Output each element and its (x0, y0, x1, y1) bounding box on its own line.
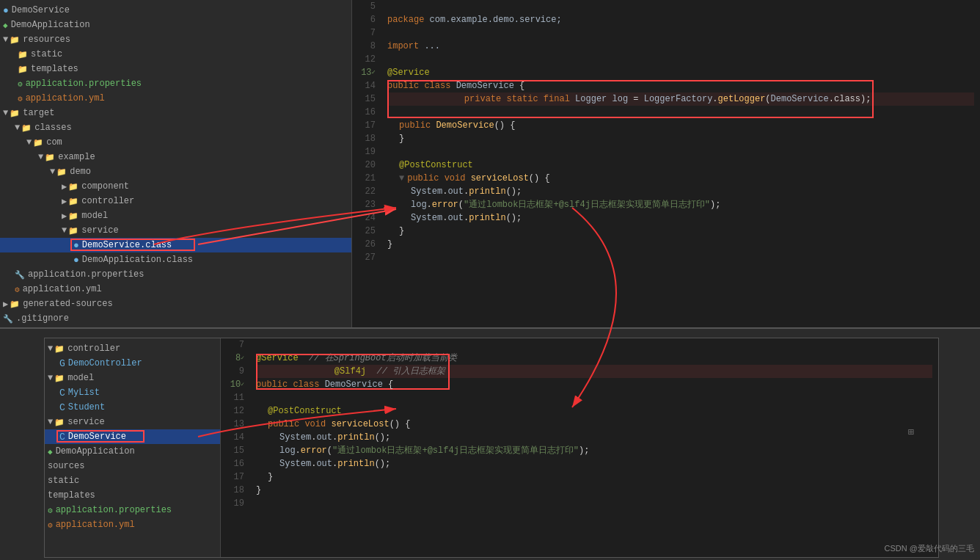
yml-icon: ⚙ (48, 520, 53, 530)
code-line-17: public DemoService() { (387, 119, 974, 132)
tree-item-demo-service-class[interactable]: ● DemoService.class (0, 238, 351, 252)
tree-item-app-yml[interactable]: ⚙ application.yml (0, 91, 351, 106)
tree-item-demo-app-class[interactable]: ● DemoApplication.class (0, 252, 351, 267)
tree-item-com[interactable]: ▼ 📁 com (0, 135, 351, 150)
fold-icon: ▼ (399, 172, 404, 185)
arrow-down-icon: ▼ (48, 417, 53, 427)
bottom-code-editor: 7 8 ✓ 9 10 ✓ 11 12 13 14 15 16 17 18 19 (221, 338, 938, 557)
folder-icon: 📁 (10, 109, 20, 118)
bln-17: 17 (221, 470, 250, 484)
code-line-25: } (387, 225, 974, 238)
arrow-down-icon: ▼ (26, 137, 32, 148)
tree-item-app-yml2[interactable]: ⚙ application.yml (0, 282, 351, 297)
bcl-19 (256, 497, 932, 510)
btree-student[interactable]: C Student (45, 400, 220, 415)
bln-18: 18 (221, 484, 250, 497)
btree-sources: sources (45, 459, 220, 473)
bcl-11 (256, 391, 932, 404)
line-num-14: 14 (352, 79, 381, 92)
top-file-tree[interactable]: ● DemoService ◆ DemoApplication ▼ 📁 reso… (0, 0, 352, 327)
code-line-7 (387, 26, 974, 40)
line-num-18: 18 (352, 132, 381, 145)
tree-item-example[interactable]: ▼ 📁 example (0, 150, 351, 164)
btree-demo-application[interactable]: ◆ DemoApplication (45, 444, 220, 459)
main-container: ● DemoService ◆ DemoApplication ▼ 📁 reso… (0, 0, 980, 560)
line-num-23: 23 (352, 198, 381, 211)
btree-app-props[interactable]: ⚙ application.properties (45, 503, 220, 517)
line-num-20: 20 (352, 159, 381, 172)
line-num-7: 7 (352, 26, 381, 40)
code-line-13: @Service (387, 66, 974, 79)
class-icon: ● (73, 240, 79, 251)
line-num-15: 15 (352, 92, 381, 106)
btree-model[interactable]: ▼ 📁 model (45, 371, 220, 385)
code-line-18: } (387, 132, 974, 145)
btree-demo-service[interactable]: C DemoService (45, 429, 220, 444)
arrow-right-icon: ▼ (48, 343, 53, 354)
btree-mylist[interactable]: C MyList (45, 385, 220, 400)
tree-item-demo[interactable]: ▼ 📁 demo (0, 164, 351, 179)
bcl-17: } (256, 470, 932, 484)
btree-app-yml[interactable]: ⚙ application.yml (45, 517, 220, 532)
tree-item-generated[interactable]: ▶ 📁 generated-sources (0, 297, 351, 311)
tree-item-classes[interactable]: ▼ 📁 classes (0, 120, 351, 135)
line-num-16: 16 (352, 106, 381, 119)
tree-item-resources[interactable]: ▼ 📁 resources (0, 32, 351, 47)
tree-item-controller[interactable]: ▶ 📁 controller (0, 194, 351, 208)
code-line-26: } (387, 238, 974, 251)
java-icon: C (59, 432, 65, 443)
bln-9: 9 (221, 365, 250, 378)
btree-static: static (45, 473, 220, 488)
spring-icon: ◆ (3, 21, 8, 30)
folder-icon: 📁 (54, 344, 65, 354)
tree-item-model[interactable]: ▶ 📁 model (0, 208, 351, 223)
arrow-down-icon: ▼ (50, 167, 55, 177)
arrow-right-icon: ▶ (62, 196, 67, 207)
btree-demo-controller[interactable]: G DemoController (45, 356, 220, 371)
java-icon: G (59, 358, 65, 369)
bcl-18: } (256, 484, 932, 497)
java-class-icon: ● (3, 5, 9, 16)
yml-icon: ⚙ (18, 94, 23, 103)
tree-item-demo-service[interactable]: ● DemoService (0, 3, 351, 18)
tree-item-service[interactable]: ▼ 📁 service (0, 223, 351, 238)
code-line-19 (387, 145, 974, 159)
tree-item-templates[interactable]: 📁 templates (0, 62, 351, 76)
tree-item-demo-application[interactable]: ◆ DemoApplication (0, 18, 351, 32)
btree-controller[interactable]: ▼ 📁 controller (45, 341, 220, 356)
folder-icon: 📁 (68, 197, 78, 206)
bcl-12: @PostConstruct (256, 404, 932, 418)
folder-icon: 📁 (54, 374, 65, 383)
code-lines: 5 6 7 8 12 13 ✓ 14 15 16 17 18 19 20 21 … (352, 0, 980, 327)
tree-item-app-props2[interactable]: 🔧 application.properties (0, 267, 351, 282)
arrow-right-icon: ▶ (62, 211, 67, 222)
bln-10: 10 ✓ (221, 378, 250, 391)
line-num-12: 12 (352, 53, 381, 66)
folder-icon: 📁 (68, 211, 78, 221)
line-num-5: 5 (352, 0, 381, 13)
bln-16: 16 (221, 457, 250, 470)
arrow-down-icon: ▼ (48, 373, 53, 383)
code-line-21: ▼public void serviceLost() { (387, 172, 974, 185)
bcl-14: System.out.println(); (256, 431, 932, 444)
btree-service[interactable]: ▼ 📁 service (45, 415, 220, 429)
arrow-down-icon: ▼ (62, 225, 67, 236)
props-icon: 🔧 (15, 270, 25, 280)
bottom-panel: ▼ 📁 controller G DemoController ▼ 📁 mode… (44, 338, 939, 558)
code-content: package com.example.demo.service; import… (381, 0, 980, 327)
tree-item-static[interactable]: 📁 static (0, 47, 351, 62)
java-icon: C (59, 388, 65, 399)
tree-item-target[interactable]: ▼ 📁 target (0, 106, 351, 120)
bln-12: 12 (221, 404, 250, 418)
line-num-13: 13 ✓ (352, 66, 381, 79)
folder-icon: 📁 (56, 167, 67, 177)
folder-icon: 📁 (68, 226, 78, 236)
bottom-file-tree[interactable]: ▼ 📁 controller G DemoController ▼ 📁 mode… (45, 338, 221, 557)
code-line-15: private static final Logger log = Logger… (387, 92, 974, 106)
tree-item-app-props[interactable]: ⚙ application.properties (0, 76, 351, 91)
tree-item-component[interactable]: ▶ 📁 component (0, 179, 351, 194)
bln-8: 8 ✓ (221, 352, 250, 365)
line-num-19: 19 (352, 145, 381, 159)
tree-item-gitignore[interactable]: 🔧 .gitignore (0, 311, 351, 326)
folder-icon: 📁 (21, 123, 32, 133)
